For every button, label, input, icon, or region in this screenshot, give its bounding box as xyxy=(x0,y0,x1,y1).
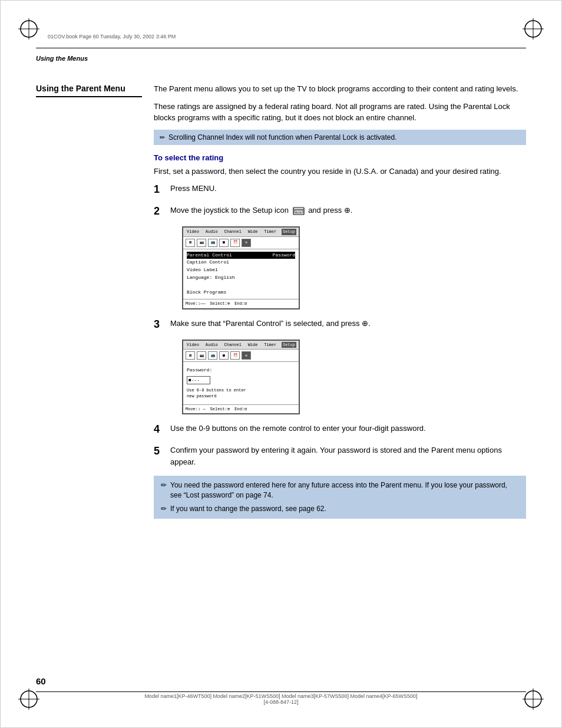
step-4: 4 Use the 0-9 buttons on the remote cont… xyxy=(154,423,526,437)
tv-row-video-label: Video Label xyxy=(187,266,295,274)
note-multi-2: ✏ If you want to change the password, se… xyxy=(161,504,519,514)
tv2-password-label: Password: xyxy=(187,367,295,374)
step-3-text: Make sure that “Parental Control” is sel… xyxy=(170,318,526,330)
section-header: Using the Menus xyxy=(36,55,88,62)
tv-menu-audio: Audio xyxy=(204,229,219,235)
tv-icons-row-2: 🖥 📷 📺 ⏹ ⏰ ⚙ xyxy=(183,350,299,362)
tv2-password-field: ■--- xyxy=(187,376,210,384)
footer-models: Model name1[KP-46WT500] Model name2[KP-5… xyxy=(1,693,561,705)
tv-row-blank xyxy=(187,282,295,289)
step-4-num: 4 xyxy=(154,421,170,437)
steps-list: 1 Press MENU. 2 Move the joystick to the… xyxy=(154,183,526,467)
step-1: 1 Press MENU. xyxy=(154,183,526,197)
tv-body-1: Parental ControlPassword Caption Control… xyxy=(183,249,299,299)
file-info: 01COV.book Page 60 Tuesday, July 30, 200… xyxy=(48,34,176,39)
page-number: 60 xyxy=(36,676,46,686)
tv-body-2: Password: ■--- Use 0-9 buttons to entern… xyxy=(183,362,299,404)
tv-menu-bar-2: Video Audio Channel Wide Timer Setup xyxy=(183,341,299,350)
tv-row-block: Block Programs xyxy=(187,289,295,297)
tv-icon-6: ⚙ xyxy=(242,239,251,247)
tv2-menu-audio: Audio xyxy=(204,342,219,348)
step-1-text: Press MENU. xyxy=(170,183,526,195)
subheading: To select the rating xyxy=(154,153,526,162)
tv2-hint: Use 0-9 buttons to enternew password xyxy=(187,388,295,400)
screen1-container: Video Audio Channel Wide Timer Setup 🖥 📷… xyxy=(170,226,526,309)
page-wrapper: 01COV.book Page 60 Tuesday, July 30, 200… xyxy=(0,0,562,728)
tv2-icon-5: ⏰ xyxy=(230,351,240,360)
tv2-icon-6: ⚙ xyxy=(242,351,251,360)
svg-text:SETUP: SETUP xyxy=(295,211,302,213)
note-text-1: Scrolling Channel Index will not functio… xyxy=(168,133,397,141)
tv2-password-value: ■--- xyxy=(189,377,200,384)
tv2-icon-1: 🖥 xyxy=(186,351,195,360)
step-2-content: Move the joystick to the Setup icon SETU… xyxy=(170,205,526,216)
tv-menu-channel: Channel xyxy=(223,229,243,235)
step-2: 2 Move the joystick to the Setup icon SE… xyxy=(154,205,526,219)
para2: These ratings are assigned by a federal … xyxy=(154,101,526,124)
note-box-multi: ✏ You need the password entered here for… xyxy=(154,476,526,518)
tv-row-parental: Parental ControlPassword xyxy=(187,252,295,259)
left-col-title: Using the Parent Menu xyxy=(36,83,142,97)
tv-row-caption: Caption Control xyxy=(187,259,295,266)
note-icon-multi-2: ✏ xyxy=(161,504,167,514)
tv-footer-2: Move:↕ ↔ Select:⊕ End:⊡ xyxy=(183,404,299,414)
tv2-menu-timer: Timer xyxy=(263,342,277,348)
tv-menu-setup: Setup xyxy=(282,229,296,235)
step-3-num: 3 xyxy=(154,317,170,332)
main-content: The Parent menu allows you to set up the… xyxy=(154,83,526,519)
tv2-menu-setup: Setup xyxy=(282,342,296,348)
note-text-multi-2: If you want to change the password, see … xyxy=(170,504,326,514)
screen2-container: Video Audio Channel Wide Timer Setup 🖥 📷… xyxy=(170,340,526,415)
tv-icons-row-1: 🖥 📷 📺 ⏹ ⏰ ⚙ xyxy=(183,237,299,249)
tv2-icon-2: 📷 xyxy=(197,351,206,360)
step-2-text: Move the joystick to the Setup icon xyxy=(170,206,289,215)
reg-mark-tr xyxy=(523,18,544,39)
tv-menu-bar-1: Video Audio Channel Wide Timer Setup xyxy=(183,228,299,237)
tv2-menu-wide: Wide xyxy=(247,342,259,348)
note-multi-1: ✏ You need the password entered here for… xyxy=(161,480,519,500)
tv2-menu-channel: Channel xyxy=(223,342,243,348)
step-3: 3 Make sure that “Parental Control” is s… xyxy=(154,318,526,332)
step-4-text: Use the 0-9 buttons on the remote contro… xyxy=(170,423,526,434)
para1: The Parent menu allows you to set up the… xyxy=(154,83,526,95)
tv-menu-wide: Wide xyxy=(247,229,259,235)
tv-icon-4: ⏹ xyxy=(219,239,229,247)
step-5: 5 Confirm your password by entering it a… xyxy=(154,444,526,467)
note-text-multi-1: You need the password entered here for a… xyxy=(170,480,519,500)
tv2-menu-video: Video xyxy=(186,342,200,348)
tv-icon-5: ⏰ xyxy=(230,239,240,247)
step-2-suffix: and press ⊕. xyxy=(308,206,352,215)
intro-text: First, set a password, then select the c… xyxy=(154,166,526,177)
step-2-num: 2 xyxy=(154,203,170,219)
tv-row-language: Language: English xyxy=(187,274,295,282)
reg-mark-tl xyxy=(18,18,39,39)
step-5-text: Confirm your password by entering it aga… xyxy=(170,444,526,467)
left-column: Using the Parent Menu xyxy=(36,83,142,101)
tv-icon-2: 📷 xyxy=(197,239,206,247)
step-1-num: 1 xyxy=(154,182,170,197)
setup-icon: SETUP xyxy=(293,207,305,215)
note-icon-multi-1: ✏ xyxy=(161,480,167,490)
top-rule xyxy=(36,48,526,48)
note-icon-1: ✏ xyxy=(160,134,165,141)
tv2-icon-3: 📺 xyxy=(208,351,217,360)
tv2-icon-4: ⏹ xyxy=(219,351,229,360)
tv-icon-1: 🖥 xyxy=(186,239,195,247)
tv-menu-video: Video xyxy=(186,229,200,235)
tv-screen-1: Video Audio Channel Wide Timer Setup 🖥 📷… xyxy=(182,226,300,309)
tv-screen-2: Video Audio Channel Wide Timer Setup 🖥 📷… xyxy=(182,340,300,415)
tv-menu-timer: Timer xyxy=(263,229,277,235)
bottom-rule xyxy=(36,691,526,692)
note-box-1: ✏ Scrolling Channel Index will not funct… xyxy=(154,130,526,145)
tv-icon-3: 📺 xyxy=(208,239,217,247)
tv-footer-1: Move:↕↔↔ Select:⊕ End:⊡ xyxy=(183,299,299,308)
step-5-num: 5 xyxy=(154,443,170,459)
